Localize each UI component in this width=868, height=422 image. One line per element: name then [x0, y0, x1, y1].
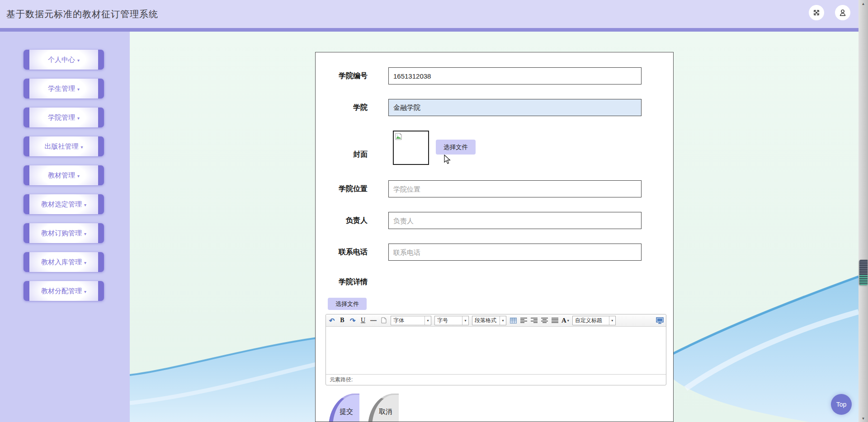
user-profile-button[interactable] — [835, 5, 850, 20]
insert-table-icon[interactable] — [509, 316, 517, 325]
detail-label: 学院详情 — [325, 277, 368, 287]
chevron-down-icon: ▾ — [84, 201, 86, 207]
user-icon — [839, 9, 847, 17]
college-label: 学院 — [325, 103, 368, 113]
college-id-input[interactable] — [388, 67, 642, 84]
college-id-label: 学院编号 — [325, 71, 368, 81]
chevron-down-icon: ▾ — [77, 172, 80, 178]
font-size-select[interactable]: 字号▾ — [434, 316, 469, 325]
detail-choose-file-button[interactable]: 选择文件 — [328, 298, 367, 310]
editor-status-bar: 元素路径: — [326, 374, 666, 385]
sidebar-item-textbook-selection-mgmt[interactable]: 教材选定管理▾ — [24, 194, 104, 214]
chevron-down-icon: ▾ — [77, 56, 80, 63]
editor-toolbar: ↶ B ↷ U — 字体▾ 字号▾ 段落格式▾ — [326, 314, 666, 327]
bold-icon[interactable]: B — [339, 316, 346, 325]
header-divider — [0, 28, 868, 32]
sidebar-item-textbook-storage-mgmt[interactable]: 教材入库管理▾ — [24, 252, 104, 272]
fullscreen-icon — [812, 9, 821, 17]
sidebar-item-textbook-mgmt[interactable]: 教材管理▾ — [24, 165, 104, 185]
sidebar-item-textbook-allocation-mgmt[interactable]: 教材分配管理▾ — [24, 281, 104, 301]
page-title: 基于数据元标准的教材征订管理系统 — [0, 0, 868, 28]
sidebar-item-student-mgmt[interactable]: 学生管理▾ — [24, 79, 104, 98]
sidebar-item-publisher-mgmt[interactable]: 出版社管理▾ — [24, 136, 104, 156]
undo-icon[interactable]: ↶ — [328, 316, 335, 325]
chevron-down-icon: ▾ — [77, 114, 80, 121]
submit-button[interactable]: 提交 — [329, 394, 359, 422]
scroll-to-top-button[interactable]: Top — [831, 394, 852, 415]
college-edit-form-panel: 学院编号 学院 封面 选择文件 学院位置 负责人 联系电话 学院详情 选择文件 … — [315, 52, 674, 422]
chevron-down-icon: ▾ — [425, 316, 431, 325]
font-color-button[interactable]: A▾ — [561, 316, 569, 325]
align-left-icon[interactable] — [520, 316, 527, 325]
header-bar: 基于数据元标准的教材征订管理系统 — [0, 0, 868, 28]
paragraph-format-select[interactable]: 段落格式▾ — [472, 316, 506, 325]
element-path-label: 元素路径: — [330, 376, 353, 384]
chevron-down-icon: ▾ — [462, 316, 468, 325]
align-right-icon[interactable] — [530, 316, 538, 325]
sidebar-item-personal-center[interactable]: 个人中心▾ — [24, 50, 104, 70]
chevron-down-icon: ▾ — [77, 85, 80, 92]
chevron-down-icon: ▾ — [500, 316, 506, 325]
fullscreen-editor-icon[interactable] — [656, 316, 664, 325]
align-center-icon[interactable] — [541, 316, 548, 325]
manager-input[interactable] — [388, 212, 642, 229]
location-label: 学院位置 — [325, 184, 368, 194]
align-justify-icon[interactable] — [551, 316, 558, 325]
cover-image-preview — [393, 131, 429, 165]
chevron-down-icon: ▾ — [84, 259, 86, 265]
chevron-down-icon: ▾ — [609, 316, 615, 325]
scrollbar-up-arrow[interactable]: ▲ — [859, 0, 868, 7]
college-name-input[interactable] — [388, 99, 642, 116]
rich-text-editor: ↶ B ↷ U — 字体▾ 字号▾ 段落格式▾ — [326, 314, 666, 385]
phone-label: 联系电话 — [325, 248, 368, 257]
new-document-icon[interactable] — [380, 316, 387, 325]
scrollbar-down-arrow[interactable]: ▼ — [859, 415, 868, 422]
manager-label: 负责人 — [325, 216, 368, 225]
font-family-select[interactable]: 字体▾ — [391, 316, 431, 325]
cover-label: 封面 — [325, 150, 368, 159]
fullscreen-button[interactable] — [809, 5, 824, 20]
cancel-button[interactable]: 取消 — [368, 394, 399, 422]
sidebar-menu: 个人中心▾ 学生管理▾ 学院管理▾ 出版社管理▾ 教材管理▾ 教材选定管理▾ 教… — [0, 32, 130, 422]
redo-icon[interactable]: ↷ — [349, 316, 356, 325]
page-scrollbar[interactable]: ▲ ▼ — [859, 0, 868, 422]
chevron-down-icon: ▾ — [80, 143, 83, 150]
app-window: 基于数据元标准的教材征订管理系统 个人中心▾ 学生管理▾ 学院管理▾ 出版社管理… — [0, 0, 868, 422]
chevron-down-icon: ▾ — [84, 288, 86, 294]
location-input[interactable] — [388, 180, 642, 197]
editor-content-area[interactable] — [326, 327, 666, 374]
underline-icon[interactable]: U — [359, 316, 367, 325]
sidebar-item-college-mgmt[interactable]: 学院管理▾ — [24, 108, 104, 127]
chevron-down-icon: ▾ — [567, 319, 569, 323]
custom-title-select[interactable]: 自定义标题▾ — [572, 316, 616, 325]
broken-image-icon — [395, 133, 402, 140]
sidebar-item-textbook-order-mgmt[interactable]: 教材订购管理▾ — [24, 223, 104, 243]
phone-input[interactable] — [388, 244, 642, 261]
cover-choose-file-button[interactable]: 选择文件 — [436, 140, 476, 155]
scrollbar-widget[interactable] — [859, 260, 868, 285]
chevron-down-icon: ▾ — [84, 230, 86, 236]
horizontal-rule-icon[interactable]: — — [370, 316, 377, 325]
